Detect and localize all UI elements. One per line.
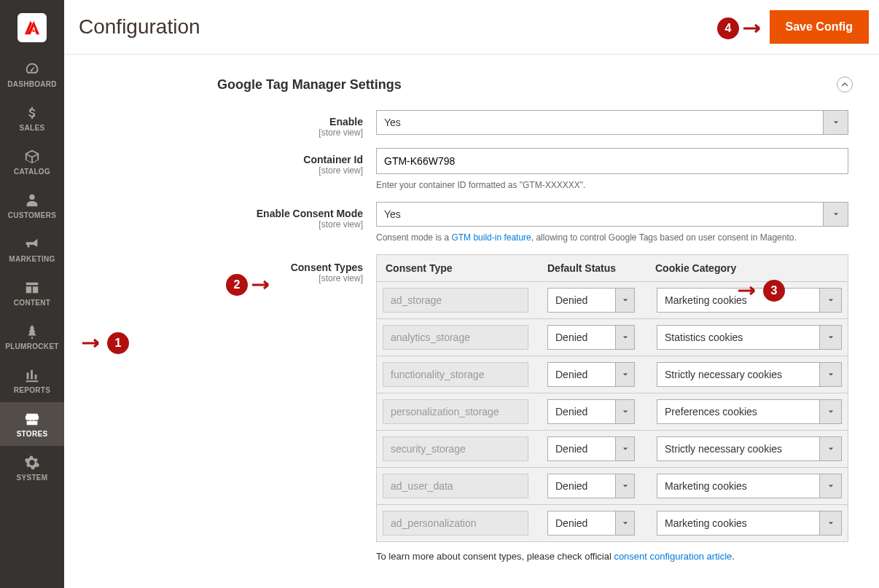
chevron-down-icon xyxy=(824,110,848,135)
layout-icon xyxy=(24,280,40,296)
section-header[interactable]: Google Tag Manager Settings xyxy=(86,77,857,110)
cookie-category-select[interactable]: Preferences cookies xyxy=(657,399,842,424)
nav-reports[interactable]: REPORTS xyxy=(0,358,64,402)
consent-types-table: Consent Type Default Status Cookie Categ… xyxy=(376,254,848,542)
consent-mode-scope: [store view] xyxy=(86,219,363,230)
chevron-down-icon xyxy=(820,474,842,498)
default-status-select[interactable]: Denied xyxy=(547,511,635,536)
box-icon xyxy=(24,149,40,165)
chevron-down-icon xyxy=(616,399,635,424)
consent-type-input xyxy=(383,511,528,536)
cookie-category-select[interactable]: Marketing cookies xyxy=(657,511,842,536)
table-row: Denied Strictly necessary cookies xyxy=(376,431,848,468)
cookie-category-select[interactable]: Strictly necessary cookies xyxy=(657,436,842,461)
nav-label: MARKETING xyxy=(9,255,55,263)
consent-type-input xyxy=(383,399,528,424)
person-icon xyxy=(24,192,40,208)
table-row: Denied Marketing cookies xyxy=(376,282,848,319)
nav-plumrocket[interactable]: PLUMROCKET xyxy=(0,315,64,358)
nav-stores[interactable]: STORES xyxy=(0,402,64,446)
nav-catalog[interactable]: CATALOG xyxy=(0,140,64,184)
field-consent-types: Consent Types [store view] Consent Type … xyxy=(86,254,857,562)
chevron-down-icon xyxy=(820,436,842,461)
cookie-category-select[interactable]: Statistics cookies xyxy=(657,325,842,350)
logo[interactable] xyxy=(17,13,47,42)
enable-scope: [store view] xyxy=(86,128,363,138)
cookie-category-select[interactable]: Marketing cookies xyxy=(657,288,842,313)
nav-label: REPORTS xyxy=(14,386,50,394)
nav-customers[interactable]: CUSTOMERS xyxy=(0,184,64,227)
table-row: Denied Marketing cookies xyxy=(376,468,848,505)
gtm-feature-link[interactable]: GTM build-in feature xyxy=(451,232,531,243)
admin-sidebar: DASHBOARD SALES CATALOG CUSTOMERS MARKET xyxy=(0,0,64,588)
container-id-input[interactable] xyxy=(376,148,848,174)
chevron-down-icon xyxy=(820,399,842,424)
megaphone-icon xyxy=(24,236,40,252)
consent-mode-help: Consent mode is a GTM build-in feature, … xyxy=(376,231,848,244)
nav-label: DASHBOARD xyxy=(7,80,57,88)
default-status-select[interactable]: Denied xyxy=(547,362,635,387)
page-header: Configuration Save Config xyxy=(64,0,879,55)
dollar-icon xyxy=(24,105,40,121)
dashboard-icon xyxy=(24,61,40,77)
nav-label: CONTENT xyxy=(14,299,50,307)
table-row: Denied Marketing cookies xyxy=(376,505,848,542)
chevron-down-icon xyxy=(616,325,635,350)
chevron-down-icon xyxy=(824,202,848,227)
consent-type-input xyxy=(383,288,528,313)
consent-types-scope: [store view] xyxy=(86,273,363,283)
table-row: Denied Strictly necessary cookies xyxy=(376,356,848,393)
gear-icon xyxy=(24,455,40,471)
chevron-down-icon xyxy=(616,362,635,387)
nav-label: CUSTOMERS xyxy=(8,211,56,219)
chevron-down-icon xyxy=(820,325,842,350)
tree-icon xyxy=(24,324,40,340)
nav-label: STORES xyxy=(17,430,48,438)
nav-dashboard[interactable]: DASHBOARD xyxy=(0,52,64,96)
col-cookie-category: Cookie Category xyxy=(655,262,842,274)
nav-label: SYSTEM xyxy=(17,474,48,482)
chevron-down-icon xyxy=(616,436,635,461)
nav-system[interactable]: SYSTEM xyxy=(0,446,64,490)
nav-sales[interactable]: SALES xyxy=(0,96,64,140)
section-title: Google Tag Manager Settings xyxy=(217,77,402,93)
default-status-select[interactable]: Denied xyxy=(547,288,635,313)
table-header: Consent Type Default Status Cookie Categ… xyxy=(376,254,848,282)
col-consent-type: Consent Type xyxy=(383,262,547,274)
nav-marketing[interactable]: MARKETING xyxy=(0,227,64,271)
default-status-select[interactable]: Denied xyxy=(547,436,635,461)
bars-icon xyxy=(24,367,40,383)
consent-article-link[interactable]: consent configuration article xyxy=(614,551,732,562)
nav-content[interactable]: CONTENT xyxy=(0,271,64,315)
enable-select[interactable]: Yes xyxy=(376,110,848,135)
chevron-down-icon xyxy=(820,362,842,387)
consent-type-input xyxy=(383,325,528,350)
consent-mode-label: Enable Consent Mode xyxy=(257,208,363,219)
page-title: Configuration xyxy=(79,15,200,39)
default-status-select[interactable]: Denied xyxy=(547,474,635,498)
field-enable: Enable [store view] Yes xyxy=(86,110,857,138)
cookie-category-select[interactable]: Marketing cookies xyxy=(657,474,842,498)
save-config-button[interactable]: Save Config xyxy=(770,10,869,44)
nav-label: SALES xyxy=(20,124,45,132)
consent-mode-select[interactable]: Yes xyxy=(376,202,848,227)
consent-types-label: Consent Types xyxy=(291,262,363,273)
table-row: Denied Statistics cookies xyxy=(376,319,848,356)
cookie-category-select[interactable]: Strictly necessary cookies xyxy=(657,362,842,387)
field-container-id: Container Id [store view] Enter your con… xyxy=(86,148,857,192)
consent-type-input xyxy=(383,362,528,387)
field-consent-mode: Enable Consent Mode [store view] Yes Con… xyxy=(86,202,857,244)
chevron-down-icon xyxy=(616,474,635,498)
nav-label: PLUMROCKET xyxy=(5,342,59,350)
consent-type-input xyxy=(383,436,528,461)
table-row: Denied Preferences cookies xyxy=(376,393,848,431)
default-status-select[interactable]: Denied xyxy=(547,399,635,424)
default-status-select[interactable]: Denied xyxy=(547,325,635,350)
main-content: Configuration Save Config Google Tag Man… xyxy=(64,0,879,588)
container-scope: [store view] xyxy=(86,165,363,176)
container-label: Container Id xyxy=(303,154,363,165)
collapse-icon[interactable] xyxy=(837,77,853,93)
chevron-down-icon xyxy=(616,288,635,313)
nav-label: CATALOG xyxy=(14,168,50,176)
chevron-down-icon xyxy=(820,511,842,536)
